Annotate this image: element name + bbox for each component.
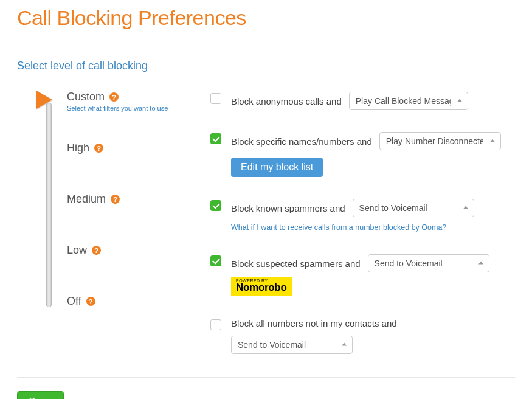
checkbox-not-in-contacts[interactable] — [210, 319, 221, 330]
level-medium[interactable]: Medium ? — [67, 193, 193, 244]
filter-label: Block suspected spammers and — [231, 258, 361, 269]
filter-anonymous: Block anonymous calls and Play Call Bloc… — [210, 92, 515, 110]
nomorobo-badge: POWERED BY Nomorobo — [231, 277, 292, 296]
filter-suspected-spammers: Block suspected spammers and Send to Voi… — [210, 254, 515, 296]
badge-name: Nomorobo — [236, 282, 287, 294]
checkbox-suspected-spammers[interactable] — [210, 255, 221, 266]
help-icon[interactable]: ? — [94, 144, 103, 153]
filter-label: Block all numbers not in my contacts and — [231, 318, 397, 328]
help-icon[interactable]: ? — [109, 92, 119, 102]
select-not-in-contacts-action[interactable]: Send to Voicemail — [231, 336, 353, 354]
filter-specific: Block specific names/numbers and Play Nu… — [210, 132, 515, 177]
level-custom[interactable]: Custom ? Select what filters you want to… — [67, 91, 193, 142]
select-suspected-spammers-action[interactable]: Send to Voicemail — [368, 254, 489, 272]
save-button[interactable]: Save — [17, 391, 64, 399]
level-high[interactable]: High ? — [67, 142, 193, 193]
filter-known-spammers: Block known spammers and Send to Voicema… — [210, 199, 515, 232]
help-icon[interactable]: ? — [86, 297, 95, 306]
level-slider: Custom ? Select what filters you want to… — [17, 87, 193, 365]
filter-label: Block anonymous calls and — [231, 96, 342, 106]
section-subtitle: Select level of call blocking — [17, 60, 515, 72]
filters-column: Block anonymous calls and Play Call Bloc… — [193, 87, 515, 365]
filter-label: Block specific names/numbers and — [231, 136, 372, 147]
level-low[interactable]: Low ? — [67, 244, 193, 295]
level-label: Low — [67, 244, 87, 257]
known-spammers-help-link[interactable]: What if I want to receive calls from a n… — [231, 223, 446, 232]
select-specific-action[interactable]: Play Number Disconnected — [379, 132, 501, 150]
preferences-panel: Custom ? Select what filters you want to… — [17, 87, 515, 365]
filter-label: Block known spammers and — [231, 203, 345, 213]
divider — [17, 41, 515, 41]
level-off[interactable]: Off ? — [67, 295, 193, 308]
help-icon[interactable]: ? — [92, 246, 101, 255]
slider-pointer-icon[interactable] — [36, 91, 52, 109]
filter-not-in-contacts: Block all numbers not in my contacts and… — [210, 318, 515, 354]
level-label: Medium — [67, 193, 106, 206]
page-title: Call Blocking Preferences — [17, 6, 515, 30]
help-icon[interactable]: ? — [111, 195, 120, 204]
checkbox-specific[interactable] — [210, 133, 221, 144]
select-anonymous-action[interactable]: Play Call Blocked Message — [349, 92, 468, 110]
divider — [17, 377, 515, 378]
checkbox-known-spammers[interactable] — [210, 200, 221, 211]
edit-block-list-button[interactable]: Edit my block list — [231, 158, 323, 177]
level-label: Custom — [67, 91, 105, 103]
slider-track[interactable] — [46, 103, 52, 307]
level-label: High — [67, 142, 89, 154]
level-desc: Select what filters you want to use — [67, 105, 193, 112]
level-label: Off — [67, 295, 81, 308]
select-known-spammers-action[interactable]: Send to Voicemail — [353, 199, 474, 217]
checkbox-anonymous[interactable] — [210, 93, 221, 104]
